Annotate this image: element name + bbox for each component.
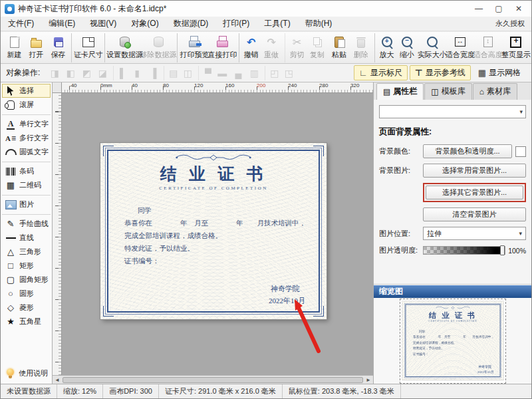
toolbar-button[interactable]: ↷ 重做 xyxy=(261,33,283,63)
image-position-select[interactable]: 拉伸 ▾ xyxy=(423,227,526,240)
opacity-value: 100% xyxy=(508,247,526,255)
vertical-ruler: -40 0mm 40 80 120 160 200 240 xyxy=(53,93,62,375)
palette-tool[interactable]: ○ 圆形 xyxy=(2,287,51,301)
choose-other-bg-button[interactable]: 选择其它背景图片... xyxy=(426,186,523,200)
palette-tool[interactable] xyxy=(2,112,51,115)
toolbar-button[interactable]: 实际大小 xyxy=(418,33,446,63)
object-op-button[interactable]: ◩ xyxy=(78,66,94,80)
scroll-right-icon[interactable]: ► xyxy=(364,377,373,383)
palette-tool[interactable] xyxy=(2,192,51,196)
menu-item[interactable]: 工具(T) xyxy=(257,17,297,31)
scroll-left-icon[interactable]: ◄ xyxy=(53,377,62,383)
maximize-button[interactable]: ▢ xyxy=(489,1,509,16)
toolbar-button[interactable]: 复制 xyxy=(307,33,329,63)
clear-bg-button[interactable]: 清空背景图片 xyxy=(423,207,526,221)
bg-color-swatch[interactable] xyxy=(515,146,526,157)
palette-tool[interactable]: 滚屏 xyxy=(2,98,51,112)
palette-tool[interactable]: 多行文字 xyxy=(2,131,51,145)
toolbar-button[interactable]: 缩小 xyxy=(396,33,418,63)
object-op-button[interactable]: ◫ xyxy=(180,66,196,80)
slider-handle[interactable] xyxy=(500,245,505,255)
horizontal-scrollbar[interactable]: ◄ ► xyxy=(53,375,373,384)
close-button[interactable]: ✕ xyxy=(509,1,529,16)
palette-tool[interactable]: 条码 xyxy=(2,164,51,178)
diamond-icon: ◇ xyxy=(4,302,17,313)
palette-tool[interactable] xyxy=(2,211,51,215)
toolbar-button[interactable]: 删除 xyxy=(350,33,372,63)
toolbar-button[interactable]: 证卡尺寸 xyxy=(71,33,102,63)
object-op-button[interactable]: ▌ xyxy=(113,66,129,80)
object-op-button[interactable]: ▤ xyxy=(164,66,180,80)
design-canvas[interactable]: 结 业 证 书 CERTIFICATE OF COMPLETION 同学 恭喜你… xyxy=(62,93,373,375)
menu-item[interactable]: 视图(V) xyxy=(82,17,124,31)
panel-tab[interactable]: ▤ 属性栏 xyxy=(376,83,424,100)
flourish-ornament xyxy=(170,154,257,162)
help-button[interactable]: 使用说明 xyxy=(2,364,51,382)
toolbar-button[interactable]: 放大 xyxy=(374,33,396,63)
palette-tool[interactable]: 直线 xyxy=(2,231,51,245)
palette-tool[interactable]: 选择 xyxy=(2,84,51,98)
fit-page-icon xyxy=(509,35,523,49)
toolbar-button[interactable]: 打开 xyxy=(25,33,47,63)
toolbar-button[interactable]: 移除数据源 xyxy=(142,33,176,63)
panel-tab[interactable]: ◫ 模板库 xyxy=(424,83,471,100)
palette-tool[interactable]: 圆弧文字 xyxy=(2,145,51,159)
view-toggle-button[interactable]: ▦ 显示网格 xyxy=(473,65,526,80)
opacity-slider[interactable] xyxy=(423,246,505,255)
object-selector-dropdown[interactable]: ▾ xyxy=(379,105,526,118)
chevron-down-icon: ▾ xyxy=(519,108,523,115)
palette-tool[interactable]: ▦ 二维码 xyxy=(2,178,51,192)
menu-item[interactable]: 文件(F) xyxy=(1,17,41,31)
palette-tool[interactable]: △ 三角形 xyxy=(2,245,51,259)
object-op-button[interactable]: ◧ xyxy=(63,66,78,80)
menu-item[interactable]: 打印(P) xyxy=(215,17,257,31)
palette-tool[interactable]: ★ 五角星 xyxy=(2,315,51,329)
toolbar-button[interactable]: 设置数据源 xyxy=(104,33,142,63)
toolbar-button[interactable]: 直接打印 xyxy=(208,33,236,63)
menu-item[interactable]: 对象(O) xyxy=(124,17,166,31)
toolbar-button[interactable]: 保存 xyxy=(47,33,69,63)
thumbnail-preview[interactable]: 结 业 证 书 CERTIFICATE OF COMPLETION 同学 恭喜你… xyxy=(400,299,505,383)
toolbar-button[interactable]: 新建 xyxy=(3,33,25,63)
toolbar-button[interactable]: ↶ 撤销 xyxy=(239,33,261,63)
app-icon xyxy=(5,4,15,14)
toolbar-button[interactable]: 整页显示 xyxy=(502,33,530,63)
object-op-button[interactable]: ▀ xyxy=(198,66,214,80)
menu-item[interactable]: 编辑(E) xyxy=(41,17,82,31)
object-op-button[interactable]: ◰ xyxy=(265,66,281,80)
choose-common-bg-button[interactable]: 选择常用背景图片... xyxy=(423,164,526,178)
menu-item[interactable]: 帮助(H) xyxy=(298,17,340,31)
object-op-button[interactable]: ◳ xyxy=(281,66,297,80)
ruler-label: 120 xyxy=(194,82,225,92)
toolbar-button[interactable]: 适合宽度 xyxy=(446,33,474,63)
object-op-button[interactable]: ▮ xyxy=(129,66,145,80)
object-op-button[interactable]: ▥ xyxy=(246,66,262,80)
object-op-button[interactable]: ▄ xyxy=(230,66,246,80)
palette-tool[interactable]: 图片 xyxy=(2,198,51,211)
scrollbar-thumb[interactable] xyxy=(63,377,363,383)
object-op-button[interactable]: ◨ xyxy=(47,66,63,80)
certificate-page[interactable]: 结 业 证 书 CERTIFICATE OF COMPLETION 同学 恭喜你… xyxy=(100,143,327,319)
object-op-button[interactable]: ◪ xyxy=(94,66,110,80)
ruler-label: 240 xyxy=(288,82,319,92)
toolbar-button[interactable]: 适合高度 xyxy=(474,33,502,63)
toolbar-button[interactable]: ✂ 剪切 xyxy=(285,33,307,63)
object-op-button[interactable]: ▐ xyxy=(145,66,161,80)
toolbar-button[interactable]: 打印预览 xyxy=(177,33,208,63)
view-toggle-button[interactable]: ∟ 显示标尺 xyxy=(354,65,408,80)
toolbar-button[interactable]: 粘贴 xyxy=(329,33,350,63)
bg-color-button[interactable]: 背景颜色和透明度... xyxy=(423,144,512,158)
palette-tool[interactable]: □ 矩形 xyxy=(2,259,51,273)
minimize-button[interactable]: — xyxy=(469,1,489,16)
palette-tool[interactable]: 单行文字 xyxy=(2,117,51,131)
palette-tool[interactable]: ▢ 圆角矩形 xyxy=(2,273,51,287)
palette-tool[interactable]: ✎ 手绘曲线 xyxy=(2,217,51,231)
save-icon xyxy=(51,35,66,49)
ruler-label: 200 xyxy=(53,299,61,331)
menu-item[interactable]: 数据源(D) xyxy=(166,17,216,31)
panel-tab[interactable]: ⌂ 素材库 xyxy=(473,83,517,100)
object-op-button[interactable]: ▬ xyxy=(214,66,230,80)
palette-tool[interactable] xyxy=(2,159,51,162)
view-toggle-button[interactable]: ⊤ 显示参考线 xyxy=(410,65,471,80)
palette-tool[interactable]: ◇ 菱形 xyxy=(2,301,51,315)
